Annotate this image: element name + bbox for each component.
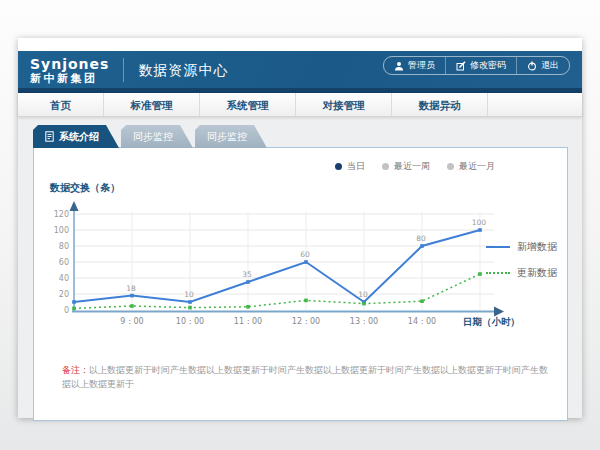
svg-text:18: 18 [126, 284, 136, 293]
footnote-text: 以上数据更新于时间产生数据以上数据更新于时间产生数据以上数据更新于时间产生数据以… [62, 365, 548, 389]
radio-label: 当日 [347, 160, 365, 173]
header-button-label: 管理员 [408, 59, 435, 72]
line-chart: 0204060801001209：0010：0011：0012：0013：001… [44, 198, 524, 340]
document-icon [45, 131, 54, 142]
radio-label: 最近一周 [394, 160, 430, 173]
page-top-strip [18, 38, 582, 51]
radio-dot-icon [335, 163, 342, 170]
legend-item-更新数据: 更新数据 [486, 266, 557, 280]
nav-item-系统管理[interactable]: 系统管理 [200, 93, 296, 116]
svg-text:40: 40 [59, 274, 69, 283]
tab-同步监控-1[interactable]: 同步监控 [121, 125, 193, 148]
legend-item-新增数据: 新增数据 [486, 240, 557, 254]
footnote: 备注：以上数据更新于时间产生数据以上数据更新于时间产生数据以上数据更新于时间产生… [62, 364, 549, 391]
nav-item-对接管理[interactable]: 对接管理 [296, 93, 392, 116]
svg-text:9：00: 9：00 [120, 317, 143, 326]
content-area: 系统介绍同步监控同步监控 当日最近一周最近一月 数据交换（条） 02040608… [18, 117, 582, 418]
legend-line-sample [486, 246, 510, 248]
svg-text:11：00: 11：00 [234, 317, 262, 326]
nav-item-首页[interactable]: 首页 [18, 93, 104, 116]
header-button-退出[interactable]: 退出 [516, 57, 569, 74]
legend-label: 新增数据 [517, 240, 557, 254]
svg-text:80: 80 [416, 234, 426, 243]
logo-subtext: 新中新集团 [30, 73, 109, 84]
app-header: Synjones 新中新集团 数据资源中心 管理员修改密码退出 [18, 51, 582, 88]
svg-text:60: 60 [59, 258, 69, 267]
power-icon [527, 61, 537, 71]
period-radio-最近一月[interactable]: 最近一月 [447, 160, 495, 173]
tab-label: 同步监控 [207, 130, 247, 144]
period-radio-当日[interactable]: 当日 [335, 160, 365, 173]
svg-text:12：00: 12：00 [292, 317, 320, 326]
radio-dot-icon [447, 163, 454, 170]
footnote-prefix: 备注： [62, 365, 89, 375]
svg-text:13：00: 13：00 [350, 317, 378, 326]
nav-item-标准管理[interactable]: 标准管理 [104, 93, 200, 116]
logo-text: Synjones [30, 57, 109, 71]
svg-text:日期（小时）: 日期（小时） [463, 316, 520, 328]
svg-text:0: 0 [64, 306, 69, 315]
svg-text:14：00: 14：00 [408, 317, 436, 326]
svg-text:120: 120 [54, 210, 69, 219]
tab-label: 系统介绍 [59, 130, 99, 144]
user-icon [394, 61, 404, 71]
svg-text:10: 10 [184, 290, 194, 299]
tab-同步监控-2[interactable]: 同步监控 [195, 125, 267, 148]
y-axis-title: 数据交换（条） [50, 181, 120, 195]
tab-label: 同步监控 [133, 130, 173, 144]
chart-legend: 新增数据更新数据 [486, 240, 557, 280]
svg-text:10: 10 [358, 290, 368, 299]
header-button-label: 修改密码 [470, 59, 506, 72]
svg-text:20: 20 [59, 290, 69, 299]
edit-icon [456, 61, 466, 71]
logo: Synjones 新中新集团 [30, 55, 109, 84]
header-button-修改密码[interactable]: 修改密码 [445, 57, 516, 74]
radio-dot-icon [382, 163, 389, 170]
header-button-label: 退出 [541, 59, 559, 72]
header-actions: 管理员修改密码退出 [383, 56, 570, 75]
page-title: 数据资源中心 [123, 58, 228, 82]
legend-line-sample [486, 272, 510, 274]
svg-text:100: 100 [54, 226, 69, 235]
header-button-管理员[interactable]: 管理员 [384, 57, 445, 74]
chart-panel: 当日最近一周最近一月 数据交换（条） 0204060801001209：0010… [33, 147, 568, 421]
period-radio-最近一周[interactable]: 最近一周 [382, 160, 430, 173]
tab-bar: 系统介绍同步监控同步监控 [33, 125, 267, 148]
svg-text:35: 35 [242, 270, 252, 279]
svg-text:10：00: 10：00 [176, 317, 204, 326]
page: Synjones 新中新集团 数据资源中心 管理员修改密码退出 首页标准管理系统… [18, 38, 582, 418]
svg-text:80: 80 [59, 242, 69, 251]
tab-系统介绍-0[interactable]: 系统介绍 [33, 125, 119, 148]
legend-label: 更新数据 [517, 266, 557, 280]
svg-text:60: 60 [300, 250, 310, 259]
main-nav: 首页标准管理系统管理对接管理数据异动 [18, 93, 582, 117]
radio-label: 最近一月 [459, 160, 495, 173]
svg-text:100: 100 [472, 218, 487, 227]
chart-svg: 0204060801001209：0010：0011：0012：0013：001… [44, 198, 524, 340]
nav-item-数据异动[interactable]: 数据异动 [392, 93, 488, 116]
period-filter-group: 当日最近一周最近一月 [335, 160, 495, 173]
